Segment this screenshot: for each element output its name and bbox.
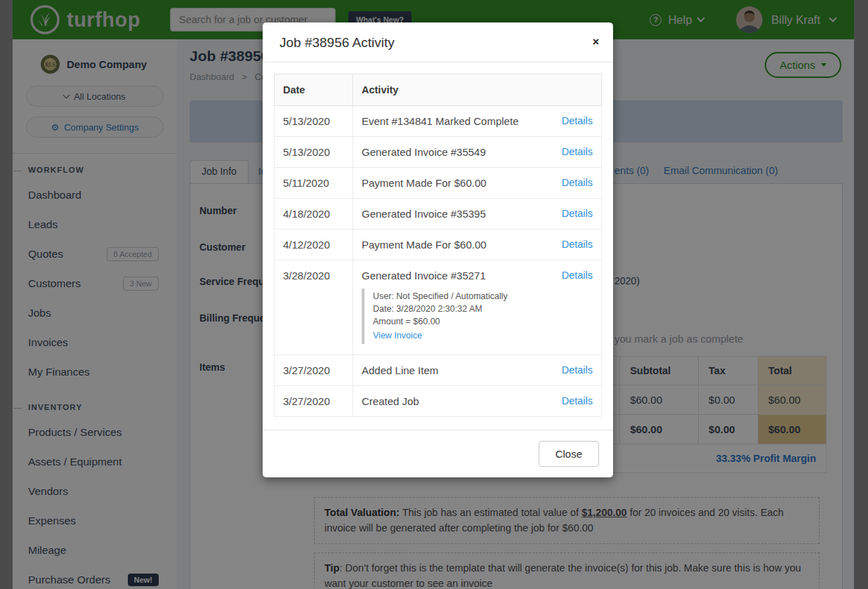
viewport: turfhop What's New? ? Help — [0, 0, 868, 589]
detail-user: User: Not Specified / Automatically — [373, 290, 593, 303]
details-link[interactable]: Details — [562, 115, 593, 126]
activity-header-date: Date — [275, 74, 353, 106]
view-invoice-link[interactable]: View Invoice — [373, 329, 422, 342]
activity-text: Generated Invoice #35271 — [362, 270, 486, 282]
activity-header-row: Date Activity — [275, 74, 602, 106]
activity-row: 5/13/2020 DetailsGenerated Invoice #3554… — [275, 137, 602, 168]
activity-row: 5/11/2020 DetailsPayment Made For $60.00 — [275, 168, 602, 199]
detail-date: Date: 3/28/2020 2:30:32 AM — [373, 303, 593, 315]
close-button[interactable]: Close — [539, 441, 599, 467]
activity-row: 3/27/2020 DetailsAdded Line Item — [275, 355, 602, 385]
activity-row: 3/27/2020 DetailsCreated Job — [275, 385, 602, 416]
details-link[interactable]: Details — [562, 364, 593, 376]
activity-row: 4/18/2020 DetailsGenerated Invoice #3539… — [275, 199, 602, 230]
activity-text: Generated Invoice #35549 — [362, 146, 486, 158]
details-link[interactable]: Details — [562, 177, 593, 188]
activity-date: 5/13/2020 — [275, 106, 353, 137]
activity-date: 4/12/2020 — [275, 230, 353, 260]
detail-amount: Amount = $60.00 — [373, 315, 593, 328]
activity-date: 5/11/2020 — [275, 168, 353, 199]
activity-detail-block: User: Not Specified / Automatically Date… — [362, 289, 593, 344]
modal-title: Job #38956 Activity — [280, 35, 596, 51]
close-icon[interactable]: × — [593, 37, 599, 48]
job-activity-modal: Job #38956 Activity × Date Activity 5/13… — [263, 22, 613, 477]
activity-header-activity: Activity — [353, 74, 602, 106]
activity-row: 4/12/2020 DetailsPayment Made For $60.00 — [275, 230, 602, 260]
activity-row-expanded: 3/28/2020 Details Generated Invoice #352… — [275, 260, 602, 355]
modal-footer: Close — [263, 430, 613, 477]
details-link[interactable]: Details — [562, 270, 593, 281]
activity-table: Date Activity 5/13/2020 DetailsEvent #13… — [274, 74, 602, 417]
activity-date: 3/27/2020 — [275, 385, 353, 416]
modal-header: Job #38956 Activity × — [263, 22, 613, 62]
activity-text: Generated Invoice #35395 — [362, 208, 486, 220]
activity-date: 3/27/2020 — [275, 355, 353, 385]
details-link[interactable]: Details — [562, 395, 593, 406]
activity-date: 5/13/2020 — [275, 137, 353, 168]
activity-text: Payment Made For $60.00 — [362, 239, 487, 251]
details-link[interactable]: Details — [562, 239, 593, 250]
activity-text: Added Line Item — [362, 364, 438, 376]
modal-body: Date Activity 5/13/2020 DetailsEvent #13… — [263, 62, 613, 430]
activity-text: Payment Made For $60.00 — [362, 177, 487, 189]
details-link[interactable]: Details — [562, 208, 593, 219]
activity-text: Event #134841 Marked Complete — [362, 115, 518, 127]
activity-date: 4/18/2020 — [275, 199, 353, 230]
activity-row: 5/13/2020 DetailsEvent #134841 Marked Co… — [275, 106, 602, 137]
details-link[interactable]: Details — [562, 146, 593, 157]
activity-text: Created Job — [362, 395, 419, 407]
activity-date: 3/28/2020 — [275, 260, 353, 355]
